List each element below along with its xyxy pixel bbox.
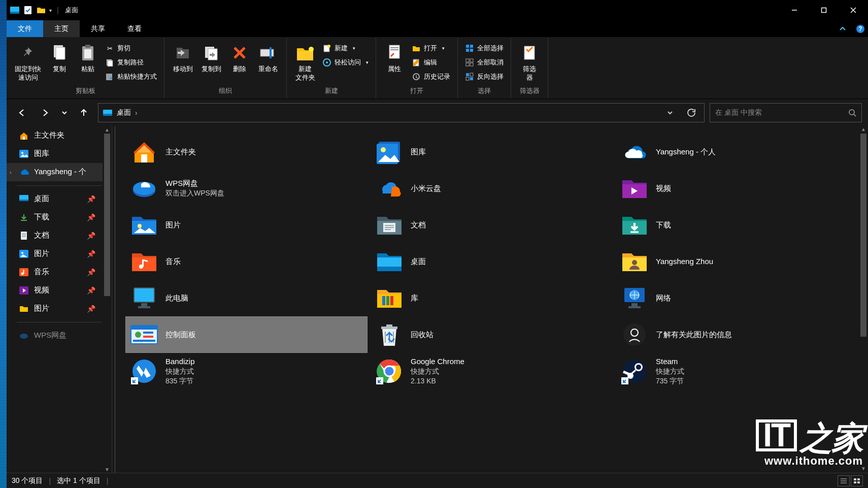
svg-rect-13	[85, 45, 90, 48]
paste-shortcut-button[interactable]: 粘贴快捷方式	[102, 71, 160, 82]
sidebar-item-pictures[interactable]: 图片📌	[7, 245, 112, 263]
file-item[interactable]: Bandizip快捷方式835 字节	[125, 353, 368, 389]
svg-rect-89	[390, 296, 393, 305]
file-item[interactable]: 控制面板	[125, 316, 368, 353]
svg-rect-30	[390, 47, 398, 48]
tab-view[interactable]: 查看	[116, 20, 153, 37]
paste-button[interactable]: 粘贴	[74, 41, 102, 76]
tab-home[interactable]: 主页	[43, 20, 80, 37]
file-item[interactable]: 音乐	[125, 243, 368, 280]
file-item[interactable]: 小米云盘	[371, 170, 613, 207]
pin-icon: 📌	[87, 195, 95, 203]
select-all-button[interactable]: 全部选择	[462, 43, 507, 54]
move-to-button[interactable]: 移动到	[169, 41, 197, 76]
sidebar-onedrive[interactable]: ›Yangsheng - 个	[7, 163, 112, 181]
chevron-right-icon[interactable]: ›	[135, 109, 138, 117]
pin-quickaccess-button[interactable]: 固定到快 速访问	[11, 41, 45, 84]
sidebar-item-desktop[interactable]: 桌面📌	[7, 190, 112, 208]
easy-access-button[interactable]: 轻松访问▾	[319, 57, 372, 68]
recycle-icon	[375, 320, 404, 349]
up-button[interactable]	[75, 104, 93, 122]
svg-rect-42	[466, 73, 469, 76]
collapse-ribbon-icon[interactable]	[832, 20, 853, 37]
document-icon	[19, 231, 29, 241]
file-item[interactable]: 桌面	[371, 243, 613, 280]
expand-icon[interactable]: ›	[10, 169, 12, 175]
sidebar-wps[interactable]: WPS网盘	[7, 327, 112, 345]
invert-selection-button[interactable]: 反向选择	[462, 71, 507, 82]
file-item[interactable]: 主文件夹	[125, 134, 368, 170]
open-button[interactable]: 打开▾	[409, 43, 453, 54]
sidebar-home[interactable]: 主文件夹	[7, 126, 112, 145]
rename-button[interactable]: 重命名	[254, 41, 282, 76]
svg-rect-97	[143, 332, 153, 334]
dropdown-icon[interactable]: ▾	[49, 8, 52, 13]
search-icon	[848, 109, 856, 117]
file-item[interactable]: 了解有关此图片的信息	[616, 316, 858, 353]
sidebar-gallery[interactable]: 图库	[7, 145, 112, 163]
copy-button[interactable]: 复制	[45, 41, 74, 76]
svg-rect-3	[37, 9, 45, 13]
sidebar-scrollbar[interactable]: ▲ ▼	[103, 126, 112, 473]
view-icons-button[interactable]	[851, 475, 863, 486]
maximize-button[interactable]	[809, 0, 839, 20]
new-item-button[interactable]: 新建▾	[319, 43, 372, 54]
minimize-button[interactable]	[780, 0, 809, 20]
file-item[interactable]: 视频	[616, 170, 858, 207]
edit-button[interactable]: 编辑	[409, 57, 453, 68]
properties-button[interactable]: 属性	[380, 41, 409, 76]
file-item[interactable]: 网络	[616, 280, 858, 316]
music-icon	[19, 267, 29, 277]
file-item[interactable]: 图片	[125, 207, 368, 243]
sidebar-item-download[interactable]: 下载📌	[7, 208, 112, 226]
history-button[interactable]: 历史记录	[409, 71, 453, 82]
sidebar-item-folder[interactable]: 图片📌	[7, 300, 112, 318]
file-item[interactable]: Google Chrome快捷方式2.13 KB	[371, 353, 613, 389]
sidebar-item-document[interactable]: 文档📌	[7, 226, 112, 245]
file-explorer-window: ▾ | 桌面 文件 主页 共享 查看 ? 固定到快 速访问	[7, 0, 868, 488]
forward-button[interactable]	[36, 104, 54, 122]
address-dropdown[interactable]	[661, 104, 679, 121]
file-item[interactable]: 库	[371, 280, 613, 316]
file-item[interactable]: 文档	[371, 207, 613, 243]
svg-rect-83	[134, 288, 154, 302]
search-box[interactable]: 在 桌面 中搜索	[710, 103, 862, 122]
svg-rect-51	[23, 137, 25, 140]
close-button[interactable]	[839, 0, 868, 20]
new-folder-button[interactable]: 新建 文件夹	[291, 41, 319, 84]
delete-button[interactable]: 删除	[225, 41, 254, 76]
status-count: 30 个项目	[12, 476, 43, 485]
tab-file[interactable]: 文件	[7, 20, 43, 37]
svg-rect-87	[382, 296, 385, 305]
wps-icon	[130, 174, 158, 203]
music-folder-icon	[130, 247, 158, 276]
file-item[interactable]: 下载	[616, 207, 858, 243]
filter-button[interactable]: 筛选 器	[515, 41, 544, 84]
file-item[interactable]: Steam快捷方式735 字节	[616, 353, 858, 389]
back-button[interactable]	[13, 104, 31, 122]
recent-dropdown[interactable]	[59, 104, 70, 122]
checked-doc-icon	[23, 5, 33, 15]
copy-to-button[interactable]: 复制到	[197, 41, 225, 76]
file-item[interactable]: Yangsheng - 个人	[616, 134, 858, 170]
address-bar[interactable]: 桌面 ›	[98, 103, 705, 122]
help-icon[interactable]: ?	[853, 20, 868, 37]
copy-path-button[interactable]: 复制路径	[102, 57, 160, 68]
group-select-label: 选择	[462, 84, 507, 96]
content-scrollbar[interactable]: ▲ ▼	[859, 126, 868, 473]
cut-button[interactable]: ✂剪切	[102, 43, 160, 54]
file-item[interactable]: 回收站	[371, 316, 613, 353]
file-item[interactable]: WPS网盘双击进入WPS网盘	[125, 170, 368, 207]
tab-share[interactable]: 共享	[80, 20, 116, 37]
select-none-button[interactable]: 全部取消	[462, 57, 507, 68]
file-item[interactable]: 此电脑	[125, 280, 368, 316]
pin-icon: 📌	[87, 232, 95, 240]
view-details-button[interactable]	[838, 475, 850, 486]
file-item[interactable]: 图库	[371, 134, 613, 170]
refresh-button[interactable]	[683, 104, 700, 121]
svg-rect-35	[470, 45, 473, 48]
file-item[interactable]: Yangsheng Zhou	[616, 243, 858, 280]
download-icon	[19, 212, 29, 222]
sidebar-item-music[interactable]: 音乐📌	[7, 263, 112, 281]
sidebar-item-video[interactable]: 视频📌	[7, 281, 112, 300]
